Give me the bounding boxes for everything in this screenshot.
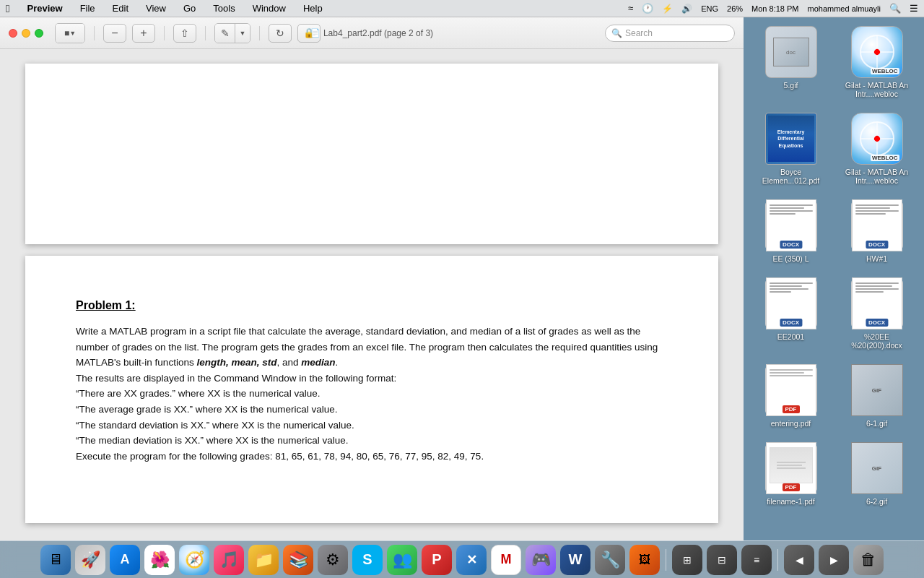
dock-system-prefs[interactable]: ⚙ (318, 545, 348, 575)
dock-multi2[interactable]: ⊟ (707, 545, 737, 575)
icon-image-gilat2: WEBLOC (851, 113, 903, 165)
dock-skype[interactable]: S (352, 545, 383, 575)
dock-preview[interactable]: 🖼 (629, 545, 660, 575)
desktop-icon-entering[interactable]: PDF entering.pdf (755, 361, 827, 431)
maximize-button[interactable] (35, 29, 43, 38)
and-text: , and (276, 357, 301, 368)
keyboard-indicator[interactable]: ENG (701, 4, 718, 13)
menu-window[interactable]: Window (250, 3, 289, 14)
window-title-text: Lab4_part2.pdf (page 2 of 3) (323, 28, 433, 38)
clock: Mon 8:18 PM (751, 4, 798, 13)
main-area: ■ ▼ − + ⇧ ✎ (0, 17, 924, 540)
icon-image-boyce: Elementary Differential Equations (765, 113, 817, 165)
chevron-down-small-icon: ▼ (240, 30, 246, 37)
dock-safari[interactable]: 🧭 (179, 545, 209, 575)
pdf-pages[interactable]: Problem 1: Write a MATLAB program in a s… (0, 49, 744, 540)
icon-label-ee350: EE (350) L (772, 254, 808, 263)
icon-label-20ee: %20EE %20(200).docx (845, 332, 910, 350)
safari-icon: 🧭 (185, 551, 204, 569)
dock-photos[interactable]: 🌺 (144, 545, 175, 575)
desktop-icon-5gif[interactable]: doc 5.gif (755, 23, 827, 101)
dock-leftarrow[interactable]: ◀ (784, 545, 814, 575)
bullets-icon[interactable]: ☰ (910, 3, 918, 14)
functions-bold-italic: length, mean, std (196, 357, 276, 368)
menu-edit[interactable]: Edit (110, 3, 131, 14)
desktop-icon-6-1gif[interactable]: GIF 6-1.gif (841, 361, 913, 431)
desktop-icon-filename[interactable]: PDF filename-1.pdf (755, 439, 827, 509)
battery-indicator: 26% (727, 4, 743, 13)
window-title: 📄 Lab4_part2.pdf (page 2 of 3) (310, 28, 433, 38)
rightarrow-icon: ▶ (830, 554, 838, 566)
menu-go[interactable]: Go (180, 3, 199, 14)
menu-view[interactable]: View (143, 3, 169, 14)
desktop-icon-ee2001[interactable]: DOCX EE2001 (755, 275, 827, 353)
desktop-icon-hw1[interactable]: DOCX HW#1 (841, 197, 913, 266)
toolbar-right: 🔍 Search (605, 25, 735, 42)
share-icon: ⇧ (180, 27, 189, 39)
dock-appstore[interactable]: A (110, 545, 140, 575)
dock-citrix[interactable]: ✕ (456, 545, 487, 575)
dock-multi1[interactable]: ⊞ (672, 545, 702, 575)
dock-popup[interactable]: P (422, 545, 452, 575)
dock-gameroom[interactable]: 🎮 (526, 545, 556, 575)
files-icon: 📁 (254, 551, 274, 569)
multi1-icon: ⊞ (683, 554, 692, 566)
dock-rightarrow[interactable]: ▶ (819, 545, 849, 575)
dock-matlab[interactable]: M (491, 545, 521, 575)
volume-icon[interactable]: 🔊 (681, 4, 692, 14)
dock-trash[interactable]: 🗑 (853, 545, 884, 575)
separator-2 (164, 26, 165, 40)
dock: 🖥 🚀 A 🌺 🧭 🎵 📁 📚 ⚙ S 👥 P ✕ (0, 540, 924, 578)
dock-launchpad[interactable]: 🚀 (75, 545, 105, 575)
desktop-sidebar: doc 5.gif WEBLOC (744, 17, 924, 540)
icon-image-entering: PDF (765, 364, 817, 416)
apple-menu[interactable]:  (6, 2, 9, 14)
menu-preview[interactable]: Preview (24, 3, 65, 14)
dock-music[interactable]: 🎵 (214, 545, 244, 575)
dock-finder[interactable]: 🖥 (40, 545, 71, 575)
zoom-out-button[interactable]: − (103, 24, 126, 43)
pen-tool-group: ✎ ▼ (214, 23, 250, 43)
icon-label-boyce: Boyce Elemen...012.pdf (759, 168, 824, 185)
desktop-icon-boyce[interactable]: Elementary Differential Equations Boyce … (755, 110, 827, 188)
desktop-icon-gilat-webloc2[interactable]: WEBLOC Gilat - MATLAB An Intr....webloc (841, 110, 913, 188)
desktop-icon-6-2gif[interactable]: GIF 6-2.gif (841, 439, 913, 509)
icon-image-hw1: DOCX (851, 199, 903, 251)
dock-files[interactable]: 📁 (248, 545, 279, 575)
desktop-icon-ee350[interactable]: DOCX EE (350) L (755, 197, 827, 266)
icon-label-5gif: 5.gif (784, 81, 798, 90)
leftarrow-icon: ◀ (796, 554, 803, 566)
dock-word[interactable]: W (560, 545, 590, 575)
action-button[interactable]: ↻ (269, 24, 292, 43)
bluetooth-icon[interactable]: ⚡ (662, 4, 673, 14)
dock-tools[interactable]: 🔧 (595, 545, 625, 575)
share-button[interactable]: ⇧ (173, 24, 196, 43)
pen-tool-button[interactable]: ✎ (215, 24, 235, 43)
menu-help[interactable]: Help (300, 3, 326, 14)
problem-title: Problem 1: (76, 299, 668, 312)
icon-image-5gif: doc (765, 26, 817, 78)
traffic-lights (9, 29, 43, 38)
desktop-icon-row-3: DOCX EE (350) L (749, 197, 918, 266)
dock-contacts[interactable]: 👥 (387, 545, 417, 575)
dock-multi3[interactable]: ≡ (741, 545, 772, 575)
dock-books[interactable]: 📚 (283, 545, 313, 575)
icon-image-filename: PDF (765, 442, 817, 494)
menu-file[interactable]: File (77, 3, 98, 14)
zoom-in-button[interactable]: + (132, 24, 155, 43)
search-menubar-icon[interactable]: 🔍 (889, 3, 901, 14)
minimize-button[interactable] (22, 29, 30, 38)
desktop-icon-gilat-webloc1[interactable]: WEBLOC Gilat - MATLAB An Intr....webloc (841, 23, 913, 101)
pen-dropdown-button[interactable]: ▼ (235, 24, 250, 43)
search-bar[interactable]: 🔍 Search (605, 25, 735, 42)
desktop-icon-20ee[interactable]: DOCX %20EE %20(200).docx (841, 275, 913, 353)
books-icon: 📚 (289, 551, 308, 569)
view-mode-button[interactable]: ■ ▼ (56, 24, 84, 43)
menu-tools[interactable]: Tools (210, 3, 237, 14)
pen-icon: ✎ (221, 27, 230, 39)
close-button[interactable] (9, 29, 17, 38)
menubar-right: ≈ 🕐 ⚡ 🔊 ENG 26% Mon 8:18 PM mohammed alm… (628, 3, 918, 14)
time-machine-icon[interactable]: 🕐 (642, 3, 653, 14)
wifi-icon[interactable]: ≈ (628, 3, 633, 14)
zoom-in-icon: + (140, 27, 147, 40)
